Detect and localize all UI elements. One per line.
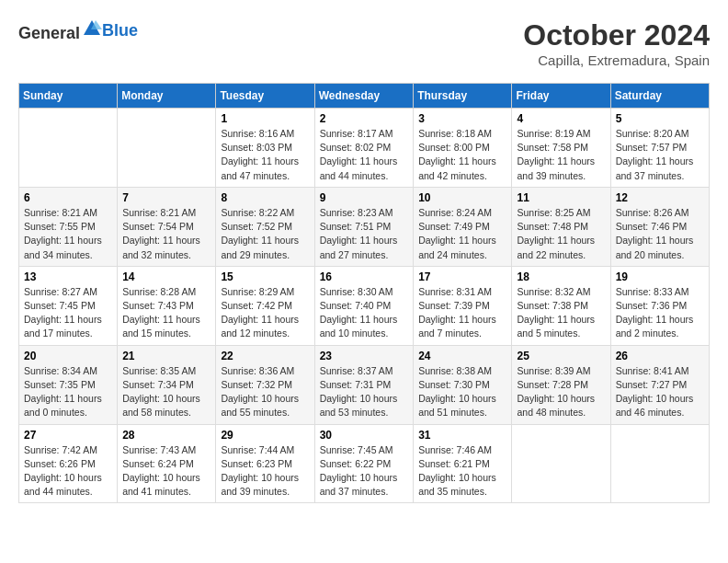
day-detail: Sunrise: 8:24 AMSunset: 7:49 PMDaylight:…	[418, 206, 506, 262]
day-number: 22	[221, 350, 309, 362]
title-block: October 2024 Capilla, Extremadura, Spain	[523, 18, 710, 68]
day-cell	[118, 109, 216, 188]
day-number: 15	[221, 270, 309, 283]
location-title: Capilla, Extremadura, Spain	[523, 52, 710, 68]
day-number: 6	[24, 191, 112, 204]
day-number: 18	[517, 270, 605, 283]
day-cell: 25Sunrise: 8:39 AMSunset: 7:28 PMDayligh…	[512, 345, 610, 424]
day-cell: 11Sunrise: 8:25 AMSunset: 7:48 PMDayligh…	[512, 187, 610, 266]
calendar-table: Sunday Monday Tuesday Wednesday Thursday…	[18, 83, 710, 503]
day-cell: 5Sunrise: 8:20 AMSunset: 7:57 PMDaylight…	[610, 109, 709, 188]
day-cell: 16Sunrise: 8:30 AMSunset: 7:40 PMDayligh…	[314, 266, 414, 345]
day-cell: 3Sunrise: 8:18 AMSunset: 8:00 PMDaylight…	[414, 109, 512, 188]
day-cell: 24Sunrise: 8:38 AMSunset: 7:30 PMDayligh…	[414, 345, 512, 424]
day-number: 2	[320, 112, 409, 125]
day-cell: 4Sunrise: 8:19 AMSunset: 7:58 PMDaylight…	[512, 109, 610, 188]
day-detail: Sunrise: 8:28 AMSunset: 7:43 PMDaylight:…	[122, 285, 210, 341]
day-detail: Sunrise: 8:16 AMSunset: 8:03 PMDaylight:…	[221, 127, 309, 183]
day-number: 20	[24, 350, 112, 362]
day-number: 13	[24, 270, 112, 283]
day-detail: Sunrise: 8:36 AMSunset: 7:32 PMDaylight:…	[221, 364, 309, 420]
header-tuesday: Tuesday	[216, 84, 314, 109]
week-row-4: 20Sunrise: 8:34 AMSunset: 7:35 PMDayligh…	[19, 345, 710, 424]
day-number: 7	[122, 191, 210, 204]
day-cell	[610, 424, 709, 503]
day-cell	[19, 109, 118, 188]
day-detail: Sunrise: 8:18 AMSunset: 8:00 PMDaylight:…	[418, 127, 506, 183]
week-row-3: 13Sunrise: 8:27 AMSunset: 7:45 PMDayligh…	[19, 266, 710, 345]
month-title: October 2024	[523, 18, 710, 52]
day-cell: 10Sunrise: 8:24 AMSunset: 7:49 PMDayligh…	[414, 187, 512, 266]
day-cell	[512, 424, 610, 503]
week-row-2: 6Sunrise: 8:21 AMSunset: 7:55 PMDaylight…	[19, 187, 710, 266]
day-detail: Sunrise: 8:26 AMSunset: 7:46 PMDaylight:…	[616, 206, 704, 262]
day-detail: Sunrise: 8:35 AMSunset: 7:34 PMDaylight:…	[122, 364, 210, 420]
day-cell: 23Sunrise: 8:37 AMSunset: 7:31 PMDayligh…	[314, 345, 414, 424]
day-cell: 13Sunrise: 8:27 AMSunset: 7:45 PMDayligh…	[19, 266, 118, 345]
day-number: 17	[418, 270, 506, 283]
day-cell: 12Sunrise: 8:26 AMSunset: 7:46 PMDayligh…	[610, 187, 709, 266]
page-header: General Blue October 2024 Capilla, Extre…	[18, 18, 710, 68]
day-cell: 9Sunrise: 8:23 AMSunset: 7:51 PMDaylight…	[314, 187, 414, 266]
day-number: 21	[122, 350, 210, 362]
day-number: 28	[122, 429, 210, 442]
day-cell: 8Sunrise: 8:22 AMSunset: 7:52 PMDaylight…	[216, 187, 314, 266]
day-number: 24	[418, 350, 506, 362]
day-number: 14	[122, 270, 210, 283]
day-detail: Sunrise: 7:45 AMSunset: 6:22 PMDaylight:…	[320, 443, 409, 500]
day-detail: Sunrise: 8:33 AMSunset: 7:36 PMDaylight:…	[616, 285, 704, 341]
day-number: 10	[418, 191, 506, 204]
day-cell: 29Sunrise: 7:44 AMSunset: 6:23 PMDayligh…	[216, 424, 314, 503]
day-detail: Sunrise: 8:39 AMSunset: 7:28 PMDaylight:…	[517, 364, 605, 420]
day-cell: 15Sunrise: 8:29 AMSunset: 7:42 PMDayligh…	[216, 266, 314, 345]
day-number: 4	[517, 112, 605, 125]
days-header-row: Sunday Monday Tuesday Wednesday Thursday…	[19, 84, 710, 109]
day-number: 9	[320, 191, 409, 204]
day-number: 30	[320, 429, 409, 442]
day-cell: 26Sunrise: 8:41 AMSunset: 7:27 PMDayligh…	[610, 345, 709, 424]
day-number: 1	[221, 112, 309, 125]
day-detail: Sunrise: 8:41 AMSunset: 7:27 PMDaylight:…	[616, 364, 704, 420]
day-number: 3	[418, 112, 506, 125]
day-cell: 28Sunrise: 7:43 AMSunset: 6:24 PMDayligh…	[118, 424, 216, 503]
day-number: 23	[320, 350, 409, 362]
week-row-5: 27Sunrise: 7:42 AMSunset: 6:26 PMDayligh…	[19, 424, 710, 503]
day-cell: 30Sunrise: 7:45 AMSunset: 6:22 PMDayligh…	[314, 424, 414, 503]
day-detail: Sunrise: 8:21 AMSunset: 7:55 PMDaylight:…	[24, 206, 112, 262]
header-wednesday: Wednesday	[314, 84, 414, 109]
day-cell: 2Sunrise: 8:17 AMSunset: 8:02 PMDaylight…	[314, 109, 414, 188]
day-cell: 14Sunrise: 8:28 AMSunset: 7:43 PMDayligh…	[118, 266, 216, 345]
day-detail: Sunrise: 7:43 AMSunset: 6:24 PMDaylight:…	[122, 443, 210, 500]
day-detail: Sunrise: 7:42 AMSunset: 6:26 PMDaylight:…	[24, 443, 112, 500]
week-row-1: 1Sunrise: 8:16 AMSunset: 8:03 PMDaylight…	[19, 109, 710, 188]
header-monday: Monday	[118, 84, 216, 109]
day-number: 5	[616, 112, 704, 125]
day-number: 11	[517, 191, 605, 204]
logo-icon	[82, 18, 102, 39]
day-cell: 21Sunrise: 8:35 AMSunset: 7:34 PMDayligh…	[118, 345, 216, 424]
day-cell: 27Sunrise: 7:42 AMSunset: 6:26 PMDayligh…	[19, 424, 118, 503]
day-number: 29	[221, 429, 309, 442]
day-cell: 18Sunrise: 8:32 AMSunset: 7:38 PMDayligh…	[512, 266, 610, 345]
day-cell: 6Sunrise: 8:21 AMSunset: 7:55 PMDaylight…	[19, 187, 118, 266]
day-number: 19	[616, 270, 704, 283]
day-cell: 20Sunrise: 8:34 AMSunset: 7:35 PMDayligh…	[19, 345, 118, 424]
day-cell: 31Sunrise: 7:46 AMSunset: 6:21 PMDayligh…	[414, 424, 512, 503]
logo-blue: Blue	[102, 21, 138, 40]
day-detail: Sunrise: 8:38 AMSunset: 7:30 PMDaylight:…	[418, 364, 506, 420]
logo-general: General	[18, 24, 80, 42]
day-cell: 17Sunrise: 8:31 AMSunset: 7:39 PMDayligh…	[414, 266, 512, 345]
header-sunday: Sunday	[19, 84, 118, 109]
header-thursday: Thursday	[414, 84, 512, 109]
day-number: 27	[24, 429, 112, 442]
day-cell: 1Sunrise: 8:16 AMSunset: 8:03 PMDaylight…	[216, 109, 314, 188]
day-detail: Sunrise: 8:22 AMSunset: 7:52 PMDaylight:…	[221, 206, 309, 262]
day-number: 16	[320, 270, 409, 283]
day-number: 26	[616, 350, 704, 362]
day-detail: Sunrise: 8:21 AMSunset: 7:54 PMDaylight:…	[122, 206, 210, 262]
day-detail: Sunrise: 8:19 AMSunset: 7:58 PMDaylight:…	[517, 127, 605, 183]
day-detail: Sunrise: 8:34 AMSunset: 7:35 PMDaylight:…	[24, 364, 112, 420]
day-number: 31	[418, 429, 506, 442]
day-cell: 19Sunrise: 8:33 AMSunset: 7:36 PMDayligh…	[610, 266, 709, 345]
day-detail: Sunrise: 8:30 AMSunset: 7:40 PMDaylight:…	[320, 285, 409, 341]
